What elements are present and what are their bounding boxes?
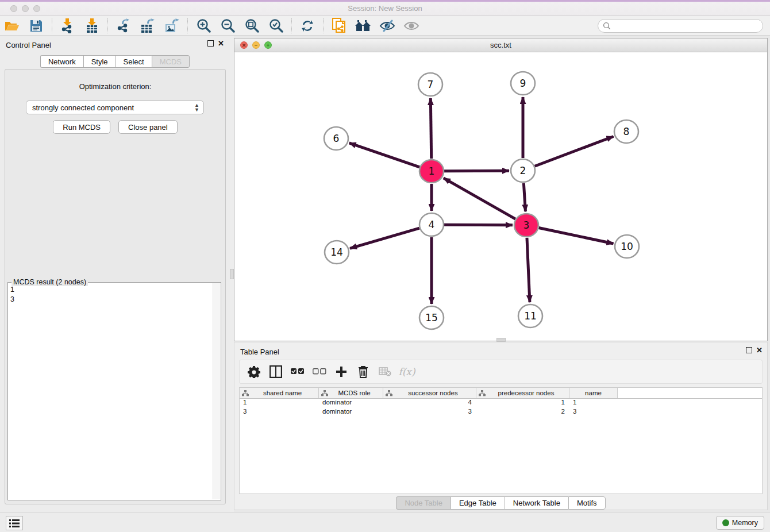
node-14[interactable]: 14: [325, 241, 349, 264]
edge-1-7[interactable]: [430, 98, 431, 159]
search-icon: [603, 22, 611, 30]
splitter-grip[interactable]: [230, 269, 234, 279]
show-column-icon[interactable]: [268, 364, 283, 379]
close-panel-button[interactable]: Close panel: [118, 120, 178, 134]
cell-successor-nodes: 3: [383, 408, 476, 417]
attribute-type-icon: [386, 390, 392, 396]
node-11[interactable]: 11: [518, 304, 542, 327]
float-panel-icon[interactable]: [207, 40, 214, 47]
selected-option: strongly connected component: [32, 103, 134, 112]
edge-3-1[interactable]: [444, 178, 515, 219]
deselect-all-checkboxes-icon[interactable]: [312, 364, 327, 379]
tab-select[interactable]: Select: [116, 55, 152, 68]
result-line: 1: [10, 285, 211, 295]
column-header-name[interactable]: name: [569, 388, 618, 398]
edge-1-6[interactable]: [349, 143, 419, 167]
network-window-titlebar[interactable]: ✕ − + scc.txt: [234, 38, 767, 52]
window-title: Session: New Session: [0, 4, 770, 13]
control-panel-header: Control Panel ✕: [0, 36, 230, 53]
node-2[interactable]: 2: [511, 159, 535, 182]
svg-text:7: 7: [428, 79, 434, 90]
export-table-icon[interactable]: [139, 18, 156, 34]
node-3[interactable]: 3: [514, 214, 538, 237]
cell-mcds-role: dominator: [319, 408, 383, 417]
mcds-panel: Optimization criterion: strongly connect…: [5, 69, 226, 504]
canvas-scroll-grip[interactable]: [496, 338, 506, 342]
toolbar-separator: [52, 18, 52, 33]
hide-selected-icon[interactable]: [379, 18, 396, 34]
optimization-criterion-select[interactable]: strongly connected component ▲▼: [26, 101, 204, 114]
node-1[interactable]: 1: [419, 160, 444, 183]
export-network-icon[interactable]: [115, 18, 132, 34]
edge-4-3[interactable]: [444, 225, 513, 225]
column-header-shared-name[interactable]: shared name: [240, 388, 319, 398]
svg-text:10: 10: [621, 241, 633, 252]
delete-row-icon[interactable]: [356, 364, 371, 379]
result-scrollbar[interactable]: [213, 283, 220, 499]
svg-text:9: 9: [520, 78, 526, 89]
tab-motifs[interactable]: Motifs: [568, 496, 606, 510]
memory-button[interactable]: Memory: [716, 516, 764, 530]
column-header-predecessor-nodes[interactable]: predecessor nodes: [476, 388, 569, 398]
tab-mcds[interactable]: MCDS: [152, 55, 190, 68]
toolbar-separator: [187, 18, 188, 33]
close-table-panel-icon[interactable]: ✕: [756, 346, 763, 354]
network-window-title: scc.txt: [234, 41, 767, 49]
run-mcds-button[interactable]: Run MCDS: [53, 120, 110, 134]
zoom-out-icon[interactable]: [219, 18, 236, 34]
cell-successor-nodes: 4: [383, 399, 476, 408]
select-all-checkboxes-icon[interactable]: [290, 364, 305, 379]
table-body: 1dominator4113dominator323: [240, 399, 762, 417]
network-graph[interactable]: 1234678910111415: [234, 52, 767, 341]
svg-text:8: 8: [623, 126, 630, 137]
table-panel-title: Table Panel: [240, 348, 279, 356]
search-input[interactable]: [611, 22, 754, 30]
search-field[interactable]: [598, 19, 763, 33]
task-history-button[interactable]: [6, 516, 23, 530]
float-table-panel-icon[interactable]: [746, 347, 752, 353]
show-all-icon[interactable]: [403, 18, 420, 34]
attribute-type-icon: [242, 390, 249, 396]
node-9[interactable]: 9: [511, 72, 535, 95]
export-image-icon[interactable]: [163, 18, 180, 34]
network-canvas[interactable]: 1234678910111415: [234, 52, 767, 341]
function-builder-icon: f(x): [399, 364, 414, 379]
zoom-in-icon[interactable]: [195, 18, 212, 34]
edge-1-2[interactable]: [444, 171, 509, 171]
edge-3-11[interactable]: [527, 238, 530, 302]
add-row-icon[interactable]: [334, 364, 349, 379]
tab-node-table[interactable]: Node Table: [396, 496, 451, 510]
zoom-fit-icon[interactable]: [243, 18, 260, 34]
node-table[interactable]: shared nameMCDS rolesuccessor nodesprede…: [239, 387, 763, 494]
node-7[interactable]: 7: [418, 73, 442, 96]
node-8[interactable]: 8: [614, 120, 638, 143]
edge-2-3[interactable]: [523, 183, 525, 211]
edge-3-10[interactable]: [539, 228, 614, 244]
column-header-successor-nodes[interactable]: successor nodes: [383, 388, 476, 398]
first-neighbors-icon[interactable]: [355, 18, 372, 34]
node-10[interactable]: 10: [615, 235, 639, 258]
save-icon[interactable]: [28, 18, 45, 34]
open-folder-icon[interactable]: [3, 18, 21, 34]
node-15[interactable]: 15: [419, 306, 444, 329]
zoom-selected-icon[interactable]: [267, 18, 284, 34]
panel-splitter[interactable]: [230, 36, 234, 512]
tab-style[interactable]: Style: [83, 55, 116, 68]
edge-2-8[interactable]: [535, 136, 614, 166]
settings-gear-icon[interactable]: [247, 364, 261, 379]
column-header-mcds-role[interactable]: MCDS role: [319, 388, 383, 398]
refresh-icon[interactable]: [299, 18, 316, 34]
close-panel-icon[interactable]: ✕: [218, 39, 224, 48]
node-4[interactable]: 4: [419, 213, 444, 236]
tab-network-table[interactable]: Network Table: [505, 496, 568, 510]
tab-network[interactable]: Network: [40, 55, 83, 68]
import-network-icon[interactable]: [59, 18, 76, 34]
node-6[interactable]: 6: [324, 127, 348, 150]
table-row[interactable]: 3dominator323: [240, 408, 762, 417]
table-row[interactable]: 1dominator411: [240, 399, 762, 408]
svg-text:15: 15: [425, 312, 438, 323]
clone-network-icon[interactable]: [330, 18, 348, 34]
edge-4-14[interactable]: [350, 228, 419, 248]
import-table-icon[interactable]: [83, 18, 101, 34]
tab-edge-table[interactable]: Edge Table: [451, 496, 505, 510]
